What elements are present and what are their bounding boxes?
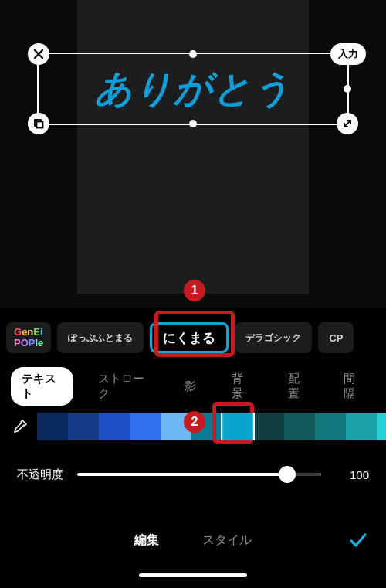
color-swatch-strip[interactable] bbox=[37, 413, 386, 440]
tab-shadow[interactable]: 影 bbox=[174, 375, 207, 399]
opacity-slider[interactable] bbox=[77, 473, 321, 476]
color-swatch[interactable] bbox=[68, 413, 99, 440]
bottom-tab-style[interactable]: スタイル bbox=[202, 532, 252, 549]
copy-icon bbox=[33, 118, 44, 129]
canvas-text[interactable]: ありがとう bbox=[39, 54, 347, 124]
opacity-slider-knob[interactable] bbox=[279, 466, 296, 483]
font-chip-label: CP bbox=[329, 332, 343, 344]
color-swatch[interactable] bbox=[37, 413, 68, 440]
bottom-bar: 編集 スタイル bbox=[0, 520, 386, 577]
controls-panel: GenEiPOPle ぽっぷふとまる にくまる デラゴシック CP 1 テキスト… bbox=[0, 308, 386, 588]
color-swatch[interactable] bbox=[284, 413, 315, 440]
svg-rect-1 bbox=[37, 122, 43, 128]
copy-handle[interactable] bbox=[28, 113, 49, 134]
midhandle-top[interactable] bbox=[189, 50, 197, 58]
tab-stroke[interactable]: ストローク bbox=[87, 367, 160, 406]
color-swatch[interactable] bbox=[377, 413, 386, 440]
close-handle[interactable] bbox=[28, 43, 49, 65]
font-chip-label: デラゴシック bbox=[245, 331, 301, 345]
color-swatch[interactable] bbox=[253, 413, 284, 440]
color-row bbox=[0, 408, 386, 445]
color-swatch[interactable] bbox=[99, 413, 130, 440]
midhandle-right[interactable] bbox=[344, 85, 351, 93]
color-swatch[interactable] bbox=[315, 413, 346, 440]
font-chip-label: ぽっぷふとまる bbox=[68, 331, 133, 345]
tab-alignment[interactable]: 配置 bbox=[277, 367, 320, 406]
resize-icon bbox=[342, 118, 353, 129]
color-swatch[interactable] bbox=[130, 413, 161, 440]
opacity-row: 不透明度 100 bbox=[0, 459, 386, 490]
eyedropper-button[interactable] bbox=[9, 415, 31, 438]
font-chip-nikumaru[interactable]: にくまる bbox=[150, 322, 229, 353]
font-chip-label: にくまる bbox=[163, 329, 215, 347]
color-swatch-selected[interactable] bbox=[221, 413, 255, 440]
input-pill[interactable]: 入力 bbox=[330, 43, 366, 65]
color-swatch[interactable] bbox=[191, 413, 222, 440]
eyedropper-icon bbox=[12, 418, 29, 435]
font-carousel[interactable]: GenEiPOPle ぽっぷふとまる にくまる デラゴシック CP bbox=[0, 317, 386, 359]
check-icon bbox=[347, 529, 369, 551]
resize-handle[interactable] bbox=[337, 113, 358, 134]
input-pill-label: 入力 bbox=[338, 47, 358, 61]
font-chip-label: GenEiPOPle bbox=[14, 327, 43, 348]
font-chip-genei-pople[interactable]: GenEiPOPle bbox=[6, 322, 51, 353]
font-chip-popfutomaru[interactable]: ぽっぷふとまる bbox=[57, 322, 144, 353]
font-chip-dela-gothic[interactable]: デラゴシック bbox=[235, 322, 312, 353]
tab-spacing[interactable]: 間隔 bbox=[333, 367, 375, 406]
tab-text[interactable]: テキスト bbox=[11, 367, 73, 406]
midhandle-bottom[interactable] bbox=[189, 120, 197, 127]
editor-canvas[interactable] bbox=[77, 0, 309, 294]
font-chip-cp[interactable]: CP bbox=[318, 322, 354, 353]
text-bounding-box[interactable]: ありがとう 入力 bbox=[37, 53, 349, 125]
text-attribute-tabs: テキスト ストローク 影 背景 配置 間隔 bbox=[0, 371, 386, 402]
tab-background[interactable]: 背景 bbox=[221, 367, 263, 406]
home-indicator bbox=[139, 573, 247, 577]
color-swatch[interactable] bbox=[346, 413, 377, 440]
opacity-label: 不透明度 bbox=[17, 467, 63, 482]
close-icon bbox=[33, 49, 44, 59]
confirm-button[interactable] bbox=[343, 525, 374, 556]
color-swatch[interactable] bbox=[161, 413, 191, 440]
opacity-value: 100 bbox=[335, 468, 369, 481]
bottom-tab-edit[interactable]: 編集 bbox=[134, 532, 159, 549]
